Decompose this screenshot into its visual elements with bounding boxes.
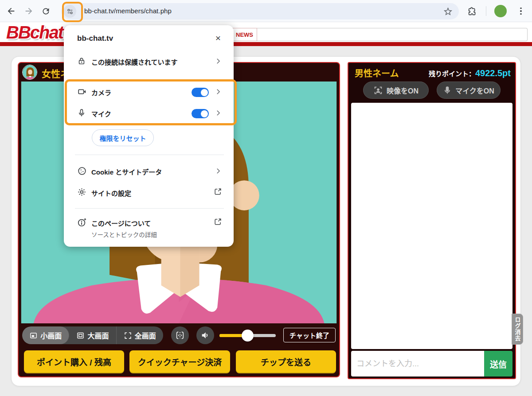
extensions-icon[interactable]: [465, 4, 479, 18]
view-mode-small[interactable]: 小画面: [22, 326, 69, 344]
points-purchase-button[interactable]: ポイント購入 / 残高: [24, 350, 124, 373]
reset-permissions-button[interactable]: 権限をリセット: [92, 129, 154, 146]
site-logo[interactable]: BBchat: [6, 23, 63, 43]
chat-log[interactable]: [351, 103, 512, 349]
performer-avatar: [22, 65, 37, 80]
view-mode-large[interactable]: 大画面: [69, 326, 116, 344]
chevron-right-icon: [214, 57, 222, 67]
toolbar-separator: [486, 6, 486, 16]
forward-icon[interactable]: [22, 4, 36, 18]
volume-slider[interactable]: [219, 326, 276, 344]
popup-title: bb-chat.tv: [77, 34, 113, 43]
send-button[interactable]: 送信: [484, 351, 512, 377]
view-mode-fullscreen-label: 全画面: [135, 330, 156, 341]
profile-avatar[interactable]: [494, 5, 507, 17]
about-page-label: このページについて: [91, 218, 151, 228]
mic-on-label: マイクをON: [455, 85, 494, 96]
video-on-label: 映像をON: [387, 85, 419, 96]
site-settings-label: サイトの設定: [91, 188, 131, 198]
popup-divider: [75, 155, 224, 155]
view-mode-small-label: 小画面: [40, 330, 62, 341]
mirror-flip-button[interactable]: [171, 326, 189, 344]
site-info-popup: bb-chat.tv × この接続は保護されています カメラ マイク 権限をリセ…: [64, 25, 234, 247]
points-label: 残りポイント：: [429, 70, 475, 78]
site-settings-row[interactable]: サイトの設定: [64, 186, 234, 199]
view-mode-switcher: 小画面 大画面 全画面: [22, 326, 163, 344]
quick-charge-button[interactable]: クイックチャージ決済: [129, 350, 230, 373]
view-mode-fullscreen[interactable]: 全画面: [117, 326, 163, 344]
view-mode-large-label: 大画面: [87, 330, 109, 341]
video-on-button[interactable]: 映像をON: [363, 82, 429, 99]
connection-secure-label: この接続は保護されています: [91, 57, 178, 66]
cookie-icon: [77, 166, 87, 178]
url-text[interactable]: bb-chat.tv/members/chat.php: [84, 7, 172, 15]
log-clear-button[interactable]: ログ消去: [512, 314, 523, 345]
chevron-right-icon: [214, 167, 222, 177]
points-value: 4922.5pt: [475, 68, 511, 78]
member-name: 男性ネーム: [355, 66, 399, 79]
bookmark-star-icon[interactable]: [443, 7, 453, 18]
connection-secure-row[interactable]: この接続は保護されています: [64, 55, 234, 68]
member-panel: 男性ネーム 残りポイント：4922.5pt 映像をON マイクをON ログ消去 …: [348, 62, 516, 379]
comment-input[interactable]: [351, 351, 484, 377]
external-link-icon: [214, 217, 222, 228]
gear-icon: [77, 187, 86, 198]
video-controls: 小画面 大画面 全画面 チャット終了: [19, 326, 339, 345]
lock-icon: [77, 56, 86, 68]
page-info-icon: [77, 217, 87, 229]
about-page-sublabel: ソースとトピックの詳細: [91, 230, 157, 239]
mic-on-button[interactable]: マイクをON: [437, 82, 501, 99]
chat-end-button[interactable]: チャット終了: [283, 328, 336, 342]
external-link-icon: [214, 187, 222, 198]
cookies-label: Cookie とサイトデータ: [91, 167, 162, 176]
news-label[interactable]: NEWS: [232, 28, 257, 41]
back-icon[interactable]: [4, 4, 18, 18]
points-remaining: 残りポイント：4922.5pt: [429, 68, 511, 78]
highlight-box-camera-mic-permissions: [65, 79, 237, 125]
about-page-row[interactable]: このページについて: [64, 217, 234, 229]
cookies-row[interactable]: Cookie とサイトデータ: [64, 165, 234, 178]
address-bar[interactable]: bb-chat.tv/members/chat.php: [61, 3, 459, 19]
reload-icon[interactable]: [39, 4, 53, 18]
popup-divider: [75, 208, 224, 209]
news-bar: NEWS: [232, 28, 528, 41]
volume-slider-thumb[interactable]: [242, 330, 254, 342]
browser-menu-icon[interactable]: [517, 5, 525, 17]
close-icon[interactable]: ×: [211, 31, 225, 45]
action-button-row: ポイント購入 / 残高 クイックチャージ決済 チップを送る: [19, 350, 339, 373]
comment-row: 送信: [351, 351, 512, 377]
send-tip-button[interactable]: チップを送る: [236, 350, 336, 373]
highlight-box-site-settings-icon: [62, 2, 83, 22]
volume-button[interactable]: [196, 326, 214, 344]
news-ticker: [257, 28, 528, 41]
